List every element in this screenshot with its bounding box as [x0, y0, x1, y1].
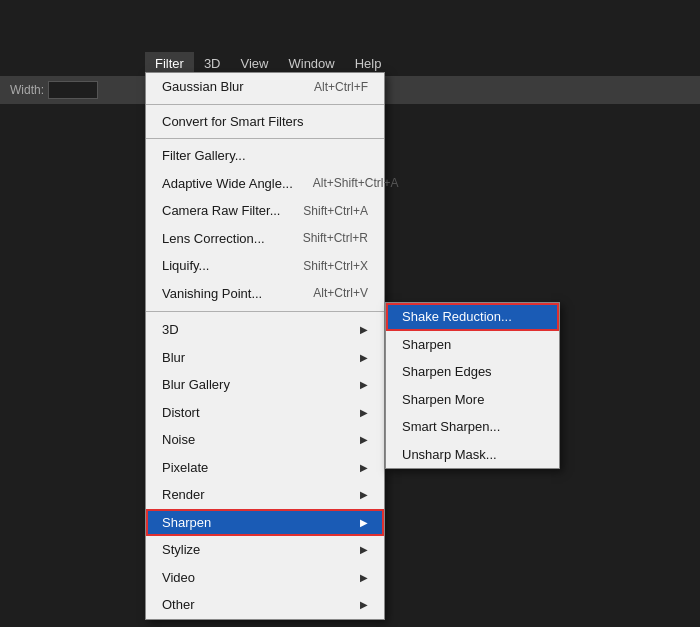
- submenu-item-sharpen-edges[interactable]: Sharpen Edges: [386, 358, 559, 386]
- menu-item-gaussian-blur[interactable]: Gaussian Blur Alt+Ctrl+F: [146, 73, 384, 101]
- submenu-item-shake-reduction[interactable]: Shake Reduction...: [386, 303, 559, 331]
- menu-item-label: Camera Raw Filter...: [162, 201, 280, 221]
- submenu-item-smart-sharpen[interactable]: Smart Sharpen...: [386, 413, 559, 441]
- arrow-icon: ▶: [360, 460, 368, 475]
- menu-divider-2: [146, 138, 384, 139]
- menu-item-label: Sharpen: [162, 513, 211, 533]
- submenu-item-label: Sharpen Edges: [402, 362, 492, 382]
- menu-item-blur-gallery[interactable]: Blur Gallery ▶: [146, 371, 384, 399]
- width-label: Width:: [10, 83, 44, 97]
- submenu-item-sharpen-more[interactable]: Sharpen More: [386, 386, 559, 414]
- menu-item-blur[interactable]: Blur ▶: [146, 344, 384, 372]
- arrow-icon: ▶: [360, 405, 368, 420]
- menu-item-label: Render: [162, 485, 205, 505]
- menu-item-label: 3D: [162, 320, 179, 340]
- menu-item-label: Adaptive Wide Angle...: [162, 174, 293, 194]
- menu-item-shortcut: Shift+Ctrl+A: [303, 202, 368, 220]
- width-input[interactable]: [48, 81, 98, 99]
- sharpen-submenu: Shake Reduction... Sharpen Sharpen Edges…: [385, 302, 560, 469]
- menu-item-other[interactable]: Other ▶: [146, 591, 384, 619]
- menu-divider-1: [146, 104, 384, 105]
- menu-item-label: Convert for Smart Filters: [162, 112, 304, 132]
- menu-item-label: Other: [162, 595, 195, 615]
- submenu-item-sharpen[interactable]: Sharpen: [386, 331, 559, 359]
- arrow-icon: ▶: [360, 570, 368, 585]
- menu-item-label: Distort: [162, 403, 200, 423]
- menu-item-filter-gallery[interactable]: Filter Gallery...: [146, 142, 384, 170]
- menu-item-liquify[interactable]: Liquify... Shift+Ctrl+X: [146, 252, 384, 280]
- menu-item-label: Vanishing Point...: [162, 284, 262, 304]
- menu-item-video[interactable]: Video ▶: [146, 564, 384, 592]
- menu-item-shortcut: Shift+Ctrl+R: [303, 229, 368, 247]
- menu-item-label: Video: [162, 568, 195, 588]
- menu-item-3d[interactable]: 3D ▶: [146, 316, 384, 344]
- menu-item-shortcut: Alt+Ctrl+V: [313, 284, 368, 302]
- menu-item-shortcut: Alt+Shift+Ctrl+A: [313, 174, 399, 192]
- menu-item-convert-smart[interactable]: Convert for Smart Filters: [146, 108, 384, 136]
- arrow-icon: ▶: [360, 487, 368, 502]
- arrow-icon: ▶: [360, 542, 368, 557]
- arrow-icon: ▶: [360, 377, 368, 392]
- menu-item-render[interactable]: Render ▶: [146, 481, 384, 509]
- menu-item-noise[interactable]: Noise ▶: [146, 426, 384, 454]
- submenu-item-label: Unsharp Mask...: [402, 445, 497, 465]
- arrow-icon: ▶: [360, 322, 368, 337]
- menu-item-label: Stylize: [162, 540, 200, 560]
- submenu-item-label: Sharpen More: [402, 390, 484, 410]
- menu-item-label: Filter Gallery...: [162, 146, 246, 166]
- menu-item-sharpen[interactable]: Sharpen ▶: [146, 509, 384, 537]
- app-background: Filter 3D View Window Help Width: Gaussi…: [0, 0, 700, 627]
- menu-item-label: Blur Gallery: [162, 375, 230, 395]
- menu-item-vanishing-point[interactable]: Vanishing Point... Alt+Ctrl+V: [146, 280, 384, 308]
- submenu-item-unsharp-mask[interactable]: Unsharp Mask...: [386, 441, 559, 469]
- menu-item-lens-correction[interactable]: Lens Correction... Shift+Ctrl+R: [146, 225, 384, 253]
- menu-item-label: Gaussian Blur: [162, 77, 244, 97]
- arrow-icon: ▶: [360, 515, 368, 530]
- menu-item-label: Liquify...: [162, 256, 209, 276]
- filter-dropdown-menu: Gaussian Blur Alt+Ctrl+F Convert for Sma…: [145, 72, 385, 620]
- submenu-item-label: Smart Sharpen...: [402, 417, 500, 437]
- menu-item-shortcut: Shift+Ctrl+X: [303, 257, 368, 275]
- menu-item-label: Blur: [162, 348, 185, 368]
- menu-item-label: Noise: [162, 430, 195, 450]
- arrow-icon: ▶: [360, 350, 368, 365]
- arrow-icon: ▶: [360, 432, 368, 447]
- menu-item-label: Lens Correction...: [162, 229, 265, 249]
- menu-item-distort[interactable]: Distort ▶: [146, 399, 384, 427]
- menu-item-camera-raw[interactable]: Camera Raw Filter... Shift+Ctrl+A: [146, 197, 384, 225]
- submenu-item-label: Shake Reduction...: [402, 307, 512, 327]
- menu-divider-3: [146, 311, 384, 312]
- menu-item-stylize[interactable]: Stylize ▶: [146, 536, 384, 564]
- submenu-item-label: Sharpen: [402, 335, 451, 355]
- menu-item-label: Pixelate: [162, 458, 208, 478]
- menu-item-adaptive-wide[interactable]: Adaptive Wide Angle... Alt+Shift+Ctrl+A: [146, 170, 384, 198]
- menu-item-pixelate[interactable]: Pixelate ▶: [146, 454, 384, 482]
- menu-item-shortcut: Alt+Ctrl+F: [314, 78, 368, 96]
- arrow-icon: ▶: [360, 597, 368, 612]
